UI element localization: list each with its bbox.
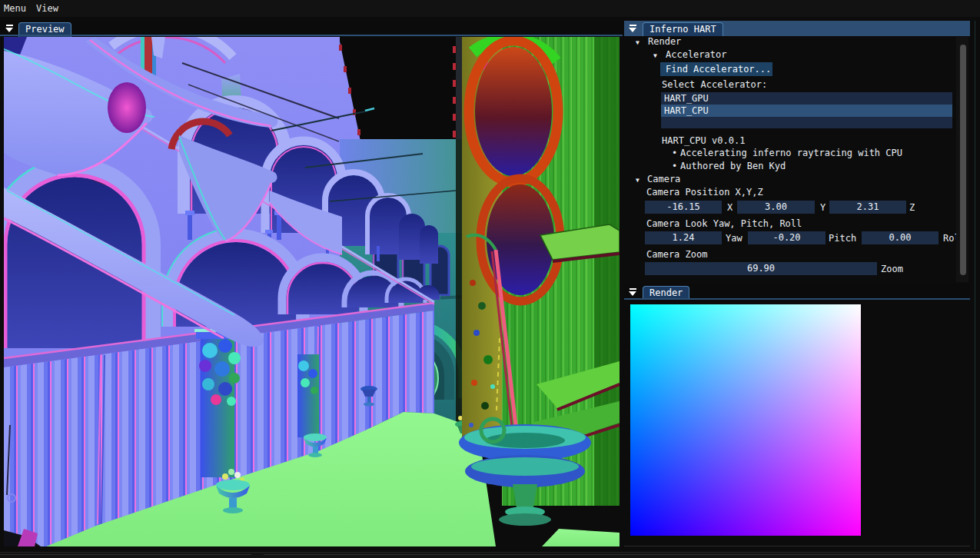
render-tab-strip: Render <box>624 284 970 300</box>
menu-item-view[interactable]: View <box>36 3 58 14</box>
bottom-bar <box>0 552 980 558</box>
strip-underline <box>0 35 623 36</box>
bullet-icon: • <box>672 161 677 171</box>
tree-node-accelerator[interactable]: Accelerator <box>666 49 726 60</box>
menu-item-menu[interactable]: Menu <box>4 3 26 14</box>
camera-pitch-field[interactable]: -0.20 <box>748 231 826 244</box>
pitch-label: Pitch <box>829 233 856 244</box>
y-axis-label: Y <box>820 202 826 213</box>
x-axis-label: X <box>727 202 733 213</box>
tree-expander-icon[interactable]: ▼ <box>653 52 657 59</box>
menu-bar: Menu View <box>0 0 980 17</box>
accelerator-list: HART_GPU HART_CPU <box>661 92 952 128</box>
camera-position-label: Camera Position X,Y,Z <box>646 187 763 198</box>
camera-pos-z-field[interactable]: 2.31 <box>829 201 906 214</box>
preview-render-viewport[interactable] <box>4 37 620 546</box>
select-accelerator-label: Select Accelerator: <box>662 79 767 90</box>
camera-zoom-field[interactable]: 69.90 <box>645 262 877 275</box>
zoom-label: Zoom <box>881 264 903 274</box>
scrollbar-track[interactable] <box>956 37 968 282</box>
panel-border <box>624 546 970 546</box>
accelerator-info-line: Accelerating inferno raytracing with CPU <box>680 148 902 158</box>
list-item-hart-cpu[interactable]: HART_CPU <box>661 105 952 117</box>
camera-look-label: Camera Look Yaw, Pitch, Roll <box>646 218 802 229</box>
window-edge <box>975 21 975 550</box>
inspector-tab-strip: Inferno HART <box>624 21 970 36</box>
find-accelerator-button[interactable]: Find Accelerator... <box>660 62 772 76</box>
tree-expander-icon[interactable]: ▼ <box>636 39 639 46</box>
panel-border <box>264 554 980 555</box>
app-window: Menu View Preview <box>0 0 980 558</box>
tab-inferno-hart[interactable]: Inferno HART <box>643 22 723 37</box>
list-item-hart-gpu[interactable]: HART_GPU <box>661 92 952 105</box>
collapse-panel-icon[interactable] <box>5 25 14 33</box>
render-output-image <box>630 304 861 536</box>
scrollbar-thumb[interactable] <box>960 45 966 275</box>
z-axis-label: Z <box>909 202 915 213</box>
roll-label: Roll <box>943 233 957 244</box>
camera-zoom-label: Camera Zoom <box>646 249 707 260</box>
accelerator-info-title: HART_CPU v0.0.1 <box>662 135 745 146</box>
bullet-icon: • <box>672 148 677 158</box>
accelerator-info-line: Authored by Ben Kyd <box>680 161 786 171</box>
camera-pos-x-field[interactable]: -16.15 <box>645 201 722 214</box>
inspector-content: ▼ Render ▼ Accelerator Find Accelerator.… <box>624 36 970 282</box>
tree-expander-icon[interactable]: ▼ <box>636 177 639 184</box>
collapse-panel-icon[interactable] <box>629 288 637 297</box>
tree-node-camera[interactable]: Camera <box>647 174 680 184</box>
camera-yaw-field[interactable]: 1.24 <box>645 231 722 244</box>
camera-roll-field[interactable]: 0.00 <box>862 231 938 244</box>
panel-border <box>0 554 251 555</box>
yaw-label: Yaw <box>726 233 742 244</box>
collapse-panel-icon[interactable] <box>629 25 637 33</box>
preview-tab-strip: Preview <box>0 21 623 36</box>
camera-pos-y-field[interactable]: 3.00 <box>737 201 815 214</box>
tree-node-render[interactable]: Render <box>648 36 681 47</box>
